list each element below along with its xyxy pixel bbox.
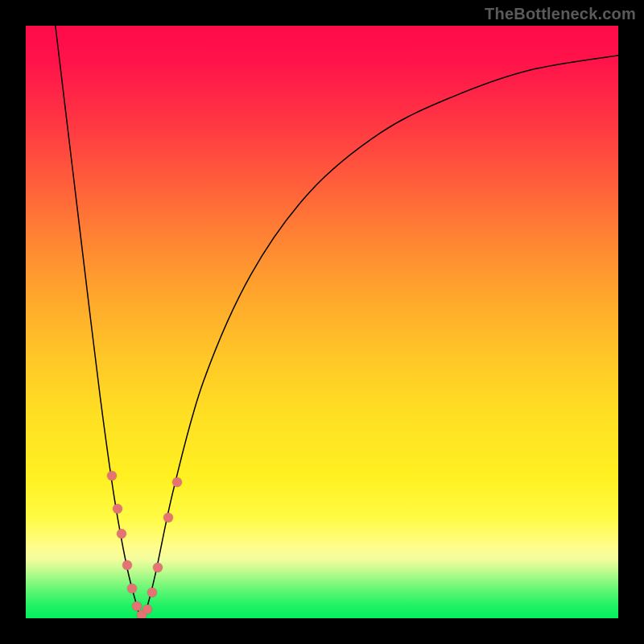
marker-dot	[122, 560, 132, 570]
marker-dot	[113, 504, 122, 514]
gradient-background	[26, 26, 618, 618]
chart-frame: TheBottleneck.com	[0, 0, 644, 644]
plot-area	[26, 26, 618, 618]
marker-dot	[172, 477, 182, 487]
marker-dot	[107, 471, 117, 481]
marker-dot	[142, 605, 152, 614]
watermark-text: TheBottleneck.com	[485, 5, 636, 23]
marker-dot	[163, 513, 173, 522]
